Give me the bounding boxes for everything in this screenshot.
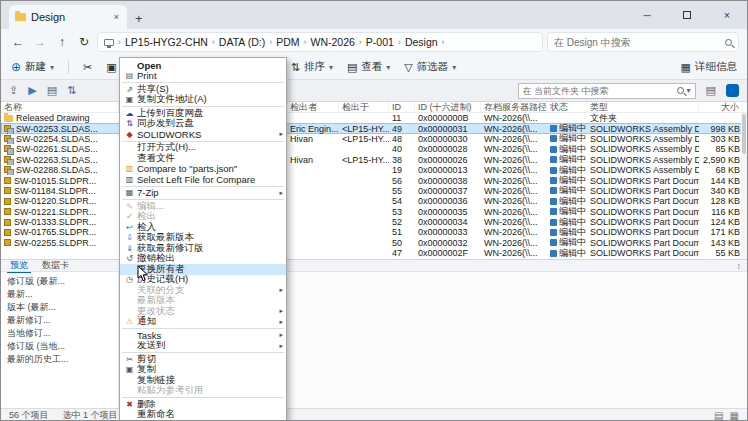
archive-path-cell: WN-2026(\\... — [481, 207, 547, 217]
menu-item-seven-zip[interactable]: ▦7-Zip▸ — [120, 188, 286, 199]
menu-item-label: SOLIDWORKS — [137, 129, 275, 140]
id-hex-cell: 0x00000034 — [415, 217, 481, 227]
file-row[interactable]: SW-01184.SLDPR...550x00000037WN-2026(\\.… — [1, 186, 747, 196]
new-tab-button[interactable]: + — [135, 11, 143, 26]
file-row[interactable]: SW-02255.SLDPR...500x00000032WN-2026(\\.… — [1, 238, 747, 248]
file-row[interactable]: SW-02253.SLDAS...Eric Engin...<LP15-HY..… — [1, 123, 747, 133]
chevron-down-icon[interactable]: ▾ — [687, 86, 691, 95]
icons-view-toggle-icon[interactable]: ▦ — [730, 410, 739, 421]
details-pane-button[interactable]: ▦ 详细信息 — [681, 60, 737, 74]
cut-button[interactable]: ✂ — [83, 61, 92, 74]
state-label: 编辑中 — [559, 238, 586, 248]
column-header[interactable]: 状态 — [547, 102, 587, 112]
menu-item-label: 粘贴为参考引用 — [137, 384, 275, 397]
panel-tab-data-card[interactable]: 数据卡 — [39, 259, 72, 273]
menu-item-solidworks[interactable]: ◆SOLIDWORKS▸ — [120, 129, 286, 140]
copy-icon: ▣ — [106, 61, 116, 74]
new-button[interactable]: ⊕ 新建 ▾ — [11, 60, 54, 74]
refresh-icon[interactable]: ↻ — [75, 35, 93, 49]
file-name: SW-01015.SLDPR... — [14, 176, 96, 186]
forward-icon[interactable]: → — [31, 35, 49, 49]
file-name-cell: SW-02288.SLDAS... — [1, 165, 119, 175]
panel-field-label: 修订版 (最新... — [1, 275, 118, 288]
view-button[interactable]: ▤ 查看 ▾ — [347, 60, 390, 74]
file-row[interactable]: SW-02254.SLDAS...Hivan<LP15-HY...480x000… — [1, 134, 747, 144]
menu-item-notify[interactable]: ⚠通知▸ — [120, 317, 286, 328]
size-cell: 68 KB — [699, 165, 743, 175]
file-row[interactable]: Released Drawing110x0000000BWN-2026(\\..… — [1, 113, 747, 123]
maximize-button[interactable] — [667, 1, 707, 29]
state-icon — [550, 125, 557, 132]
vertical-scrollbar[interactable] — [741, 113, 747, 259]
file-row[interactable]: 470x0000002FWN-2026(\\...编辑中SOLIDWORKS P… — [1, 248, 747, 258]
type-cell: 文件夹 — [587, 113, 699, 123]
pdm-checkout-icon[interactable]: ⇪ — [9, 84, 18, 97]
scrollbar-thumb[interactable] — [742, 114, 746, 154]
pdm-preview-icon[interactable]: ▶ — [28, 84, 36, 97]
sort-button[interactable]: ⇅ 排序 ▾ — [291, 60, 333, 74]
panel-resize-icon[interactable]: ↕ — [737, 261, 742, 271]
computer-icon — [104, 39, 114, 46]
close-button[interactable]: × — [707, 1, 747, 29]
state-label: 编辑中 — [559, 217, 586, 227]
part-icon — [4, 208, 11, 215]
column-header[interactable]: 存档服务器路径 — [481, 102, 547, 112]
column-header[interactable]: 检出者 — [287, 102, 339, 112]
file-list: 名称检出者检出于IDID (十六进制)存档服务器路径状态类型大小 Release… — [1, 102, 747, 259]
column-header[interactable]: 检出于 — [339, 102, 389, 112]
search-input[interactable] — [554, 37, 725, 48]
state-icon — [550, 208, 557, 215]
checked-out-by-cell: Eric Engin... — [287, 123, 339, 133]
checked-out-by-cell — [287, 238, 339, 248]
pdm-search-input[interactable] — [523, 86, 674, 96]
menu-item-send-to[interactable]: 发送到▸ — [120, 341, 286, 352]
checkin-icon: ↩ — [122, 223, 137, 232]
column-header[interactable]: ID — [389, 102, 415, 112]
copy-button[interactable]: ▣ — [106, 61, 116, 74]
id-cell: 11 — [389, 113, 415, 123]
id-hex-cell: 0x00000031 — [415, 123, 481, 133]
menu-item-compare-to-parts-json[interactable]: ▥Compare to "parts.json" — [120, 164, 286, 175]
file-row[interactable]: SW-02263.SLDAS...Hivan<LP15-HY...380x000… — [1, 155, 747, 165]
menu-item-baidu-sync[interactable]: ⇅同步发到云盘 — [120, 119, 286, 130]
filter-icon: ▽ — [404, 61, 412, 74]
pdm-print-icon[interactable]: ▤ — [47, 84, 57, 97]
column-header-name[interactable]: 名称 — [1, 102, 119, 112]
compare-icon: ▥ — [122, 164, 137, 173]
file-row[interactable]: SW-02261.SLDAS...400x00000028WN-2026(\\.… — [1, 144, 747, 154]
up-icon[interactable]: ↑ — [53, 35, 71, 49]
tab-close-icon[interactable]: × — [112, 12, 121, 22]
column-header[interactable]: 类型 — [587, 102, 699, 112]
pdm-user-icon[interactable] — [726, 84, 739, 97]
file-row[interactable]: SW-01765.SLDPR...510x00000033WN-2026(\\.… — [1, 227, 747, 237]
state-label: 编辑中 — [559, 196, 586, 206]
breadcrumb-item[interactable]: DATA (D:) — [216, 36, 268, 48]
print-icon: ▤ — [122, 71, 137, 80]
menu-item-select-left-file-for-compare[interactable]: ▥Select Left File for Compare — [120, 174, 286, 185]
file-row[interactable]: SW-01333.SLDPR...520x00000034WN-2026(\\.… — [1, 217, 747, 227]
file-row[interactable]: SW-02288.SLDAS...190x00000013WN-2026(\\.… — [1, 165, 747, 175]
breadcrumb-item[interactable]: PDM — [273, 36, 302, 48]
minimize-button[interactable]: ─ — [627, 1, 667, 29]
explorer-tab-design[interactable]: Design × — [9, 5, 127, 29]
menu-item-copy-file-address[interactable]: ▣复制文件地址(A) — [120, 95, 286, 106]
back-icon[interactable]: ← — [9, 35, 27, 49]
breadcrumb-item[interactable]: P-001 — [363, 36, 397, 48]
breadcrumb-item[interactable]: WN-2026 — [307, 36, 357, 48]
menu-item-view-file[interactable]: 查看文件 — [120, 153, 286, 164]
details-view-toggle-icon[interactable]: ▤ — [714, 410, 723, 421]
filter-button[interactable]: ▽ 筛选器 ▾ — [404, 60, 456, 74]
pdm-sync-icon[interactable]: ⇅ — [67, 84, 76, 97]
menu-item-open[interactable]: Open — [120, 60, 286, 71]
breadcrumb-item[interactable]: Design — [402, 36, 441, 48]
menu-item-print[interactable]: ▤Print — [120, 71, 286, 82]
checked-out-in-cell — [339, 175, 389, 185]
breadcrumb-item[interactable]: LP15-HYG2-CHN — [122, 36, 211, 48]
panel-tab-preview[interactable]: 预览 — [7, 259, 31, 273]
file-row[interactable]: SW-01220.SLDPR...540x00000036WN-2026(\\.… — [1, 196, 747, 206]
file-row[interactable]: SW-01015.SLDPR...560x00000038WN-2026(\\.… — [1, 175, 747, 185]
column-header[interactable]: ID (十六进制) — [415, 102, 481, 112]
file-row[interactable]: SW-01221.SLDPR...530x00000035WN-2026(\\.… — [1, 207, 747, 217]
pdm-columns-icon[interactable]: ▤ — [706, 84, 716, 97]
column-header[interactable]: 大小 — [699, 102, 743, 112]
